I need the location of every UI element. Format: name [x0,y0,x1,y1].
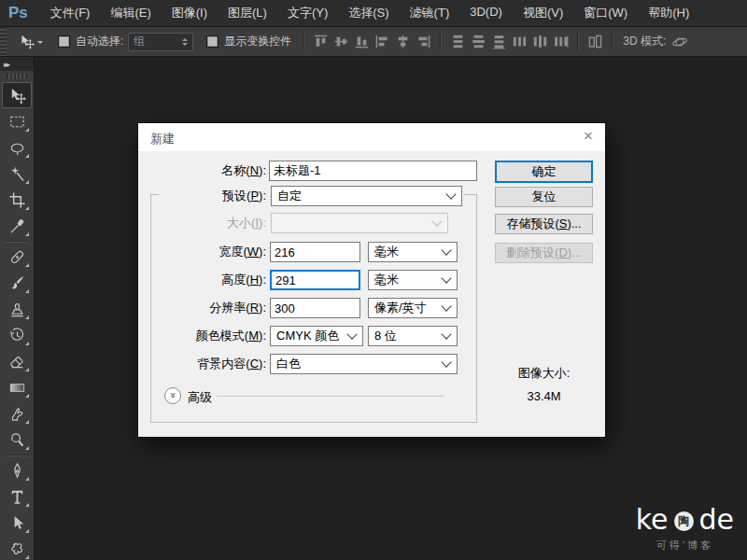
flyout-triangle-icon [25,289,29,293]
double-chevron-icon: ▸▸ [4,60,8,69]
align-top-edges-icon[interactable] [313,34,329,49]
magic-wand-tool-button[interactable] [2,161,32,187]
close-icon[interactable]: × [584,128,593,144]
smudge-tool-button[interactable] [2,400,32,427]
auto-align-layers-icon[interactable] [587,34,603,49]
eyedropper-tool-icon [8,217,26,235]
color-mode-dropdown[interactable]: CMYK 颜色 [270,326,363,346]
menu-item[interactable]: 选择(S) [338,5,399,21]
menu-item[interactable]: 编辑(E) [100,5,161,21]
tool-group-divider [5,455,29,455]
flyout-triangle-icon [25,529,29,533]
clone-stamp-tool-icon [8,301,26,318]
menu-item[interactable]: 窗口(W) [573,5,638,21]
history-brush-tool-button[interactable] [2,322,32,348]
size-label: 大小(I): [138,213,266,233]
custom-shape-tool-button[interactable] [2,536,32,560]
menu-item[interactable]: 图像(I) [162,5,218,21]
watermark-badge: 陶 [674,511,694,531]
distribute-bottom-edges-icon[interactable] [491,34,507,49]
save-preset-button[interactable]: 存储预设(S)... [495,214,593,234]
distribute-vertical-centers-icon[interactable] [471,34,486,49]
rectangular-marquee-tool-button[interactable] [2,108,32,134]
width-label: 宽度(W): [138,242,266,262]
lasso-tool-icon [8,139,26,157]
menu-item[interactable]: 图层(L) [218,5,277,21]
lasso-tool-button[interactable] [2,134,32,161]
menu-item[interactable]: 文件(F) [40,5,101,21]
menu-item[interactable]: 3D(D) [459,5,513,21]
auto-align-button[interactable] [585,34,605,49]
reset-button[interactable]: 复位 [495,187,593,207]
distribute-horizontal-centers-icon[interactable] [532,34,548,49]
dialog-title: 新建 [150,131,175,147]
auto-select-target-dropdown[interactable]: 组 [128,33,193,51]
spot-healing-brush-tool-button[interactable] [2,244,32,270]
auto-select-checkbox[interactable] [58,35,70,48]
options-bar-grip[interactable] [0,27,7,56]
watermark-logo: ke 陶 de [636,503,734,536]
distribute-right-edges-icon[interactable] [553,34,569,49]
current-tool-preview[interactable] [13,34,49,49]
clone-stamp-tool-button[interactable] [2,296,32,322]
eraser-tool-button[interactable] [2,348,32,374]
height-unit-dropdown[interactable]: 毫米 [368,270,458,290]
brush-tool-button[interactable] [2,270,32,296]
path-selection-tool-button[interactable] [2,510,32,536]
tool-options-bar: 自动选择: 组 显示变换控件 3D 模式: [0,27,747,57]
align-left-edges-icon[interactable] [374,34,390,49]
align-bottom-edges-icon[interactable] [354,34,370,49]
height-input[interactable] [270,270,360,290]
align-right-edges-icon[interactable] [416,34,431,49]
align-vertical-centers-icon[interactable] [333,34,349,49]
name-input[interactable] [269,161,477,181]
type-tool-button[interactable] [2,483,32,510]
dodge-tool-button[interactable] [2,427,32,453]
3d-rotate-icon[interactable] [671,34,688,50]
preset-dropdown[interactable]: 自定 [271,186,462,206]
dodge-tool-icon [8,431,26,449]
preset-value: 自定 [277,188,302,204]
gradient-tool-button[interactable] [2,374,32,400]
bit-depth-value: 8 位 [374,328,397,344]
distribute-left-edges-icon[interactable] [512,34,528,49]
menu-item[interactable]: 视图(V) [513,5,573,21]
move-tool-button[interactable] [2,82,32,108]
tools-panel-grip[interactable] [7,74,27,79]
crop-tool-button[interactable] [2,187,32,213]
pen-tool-button[interactable] [2,457,32,483]
eraser-tool-icon [8,353,26,371]
save-preset-label: 存储预设(S)... [506,216,581,232]
menu-item[interactable]: 文字(Y) [277,5,338,21]
menu-item[interactable]: 滤镜(T) [400,5,460,21]
menubar-items: 文件(F)编辑(E)图像(I)图层(L)文字(Y)选择(S)滤镜(T)3D(D)… [40,5,699,21]
resolution-input[interactable] [270,298,360,318]
bit-depth-dropdown[interactable]: 8 位 [368,326,458,346]
dialog-titlebar[interactable]: 新建 × [138,123,605,151]
pen-tool-icon [8,462,26,480]
image-size-label: 图像大小: [495,365,593,382]
distribute-top-edges-icon[interactable] [450,34,466,49]
chevron-down-icon [441,357,451,367]
flyout-triangle-icon [25,232,29,236]
align-horizontal-centers-icon[interactable] [395,34,411,49]
show-transform-checkbox[interactable] [206,35,218,48]
chevron-down-icon [441,245,451,255]
eyedropper-tool-button[interactable] [2,213,32,239]
magic-wand-tool-icon [8,165,26,183]
background-contents-value: 白色 [276,356,301,372]
width-input[interactable] [270,242,360,262]
width-unit-value: 毫米 [374,244,399,260]
width-unit-dropdown[interactable]: 毫米 [368,242,458,262]
spinner-icon [182,38,188,46]
resolution-unit-dropdown[interactable]: 像素/英寸 [368,298,458,318]
flyout-triangle-icon [25,154,29,158]
tools-panel-collapse-button[interactable]: ▸▸ [0,57,34,71]
menu-item[interactable]: 帮助(H) [638,5,699,21]
height-label: 高度(H): [138,270,266,290]
background-contents-dropdown[interactable]: 白色 [270,354,458,374]
3d-mode-label: 3D 模式: [623,34,666,49]
ok-button[interactable]: 确定 [495,161,593,183]
advanced-expander-button[interactable]: » [164,387,181,404]
flyout-triangle-icon [25,263,29,267]
